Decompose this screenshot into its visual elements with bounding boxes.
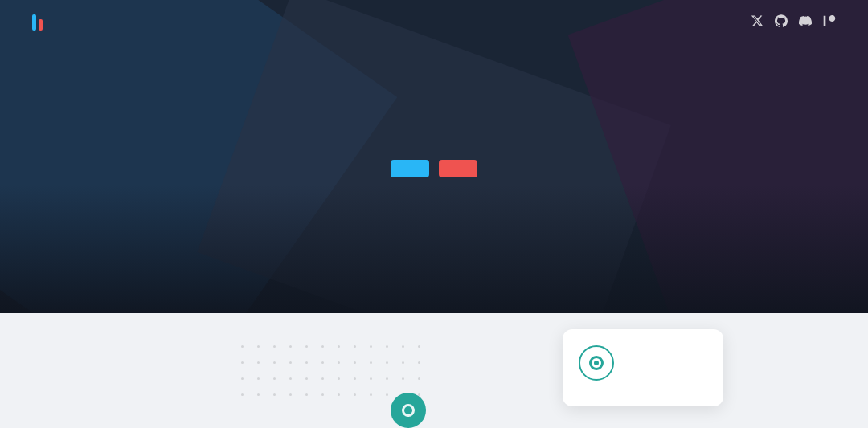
dot xyxy=(418,345,420,348)
dot xyxy=(321,361,324,364)
dot xyxy=(338,345,340,348)
green-circle-icon xyxy=(391,393,426,428)
dot xyxy=(418,361,420,364)
dot xyxy=(402,361,404,364)
dot xyxy=(354,361,356,364)
dot xyxy=(402,345,404,348)
dot xyxy=(370,345,372,348)
dot xyxy=(305,393,308,396)
dot xyxy=(241,393,244,396)
dot xyxy=(305,345,308,348)
dot xyxy=(338,377,340,380)
twitter-icon[interactable] xyxy=(751,14,764,31)
dot xyxy=(386,361,388,364)
compat-icon-dot xyxy=(594,361,599,365)
dot xyxy=(273,377,276,380)
dot xyxy=(305,361,308,364)
dot xyxy=(321,377,324,380)
github-icon[interactable] xyxy=(775,14,788,31)
dot xyxy=(402,377,404,380)
dot xyxy=(257,393,260,396)
dot xyxy=(289,345,292,348)
social-icons xyxy=(751,14,836,31)
dot xyxy=(257,345,260,348)
discord-icon[interactable] xyxy=(799,14,812,31)
dot xyxy=(241,377,244,380)
dot xyxy=(354,377,356,380)
lower-section: const grid = document.querySelector('.do… xyxy=(0,313,868,428)
dot xyxy=(273,361,276,364)
dot xyxy=(241,361,244,364)
dot xyxy=(273,345,276,348)
dot xyxy=(370,377,372,380)
compatibility-card xyxy=(563,329,723,406)
dot xyxy=(289,377,292,380)
dot xyxy=(338,393,340,396)
logo-bar-right xyxy=(39,19,43,31)
logo[interactable] xyxy=(32,14,49,31)
contribute-button[interactable] xyxy=(439,160,477,177)
dot xyxy=(386,377,388,380)
green-circle-inner xyxy=(402,404,415,417)
logo-bar-left xyxy=(32,14,36,31)
dot xyxy=(386,393,388,396)
dot xyxy=(289,361,292,364)
dot xyxy=(241,345,244,348)
navbar xyxy=(0,0,868,45)
dot xyxy=(354,393,356,396)
compatibility-card-icon xyxy=(579,345,614,381)
navbar-links xyxy=(630,14,836,31)
compat-icon-ring xyxy=(589,356,604,370)
hero-buttons xyxy=(391,160,477,177)
dot xyxy=(305,377,308,380)
get-started-button[interactable] xyxy=(391,160,429,177)
dot xyxy=(418,377,420,380)
dot xyxy=(321,393,324,396)
hero-section xyxy=(0,0,868,313)
hero-content xyxy=(391,136,477,177)
patreon-icon[interactable] xyxy=(823,14,836,31)
dot xyxy=(257,361,260,364)
dot xyxy=(289,393,292,396)
dot xyxy=(273,393,276,396)
logo-icon xyxy=(32,14,43,31)
dot xyxy=(386,345,388,348)
dot xyxy=(354,345,356,348)
dot xyxy=(321,345,324,348)
dot xyxy=(257,377,260,380)
dot xyxy=(338,361,340,364)
dot xyxy=(370,393,372,396)
hero-shape-dark xyxy=(0,185,868,313)
dot xyxy=(370,361,372,364)
